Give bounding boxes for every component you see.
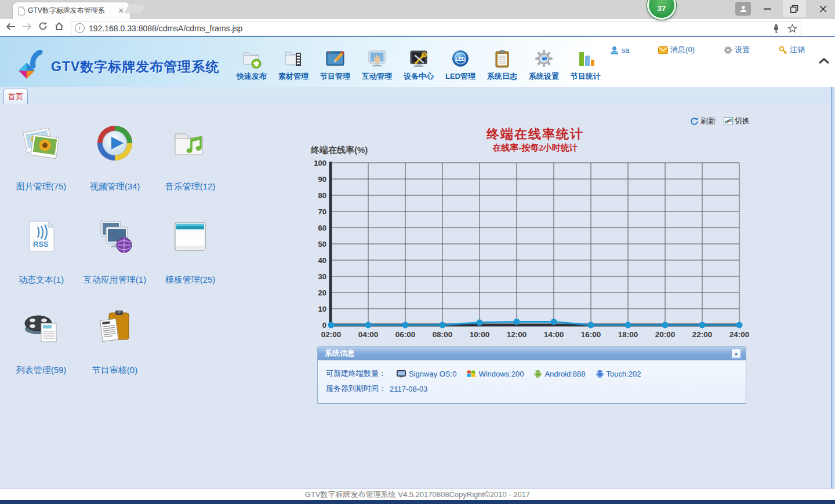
- terminal-count: Signway OS:0: [409, 370, 456, 378]
- tab-title: GTV数字标牌发布管理系: [28, 6, 115, 16]
- quick-publish-icon: [241, 48, 262, 70]
- svg-text:50: 50: [318, 240, 326, 249]
- svg-text:40: 40: [318, 256, 326, 265]
- svg-text:06:00: 06:00: [395, 330, 416, 339]
- terminal-quota-label: 可新建终端数量：: [326, 368, 386, 379]
- switch-chart-button[interactable]: 切换: [724, 116, 750, 126]
- address-bar[interactable]: i 192.168.0.33:8088/cdmsA/cdms_frams.jsp: [71, 21, 801, 35]
- user-menu: sa 消息(0) 设置 注销: [610, 45, 805, 55]
- material-mgmt-icon: [283, 48, 304, 70]
- nav-program-stats[interactable]: 节目统计: [565, 48, 607, 82]
- module-image-mgmt[interactable]: 图片管理(75): [3, 125, 79, 192]
- system-info-title: 系统信息: [325, 348, 731, 359]
- clipboard-review-icon: [96, 308, 133, 345]
- online-rate-chart: 010203040506070809010002:0004:0006:0008:…: [307, 156, 765, 342]
- svg-text:14:00: 14:00: [544, 330, 564, 339]
- module-program-review[interactable]: 节目审核(0): [77, 308, 153, 376]
- nav-quick-publish[interactable]: 快速发布: [231, 48, 273, 82]
- restore-button[interactable]: [783, 0, 806, 17]
- photo-stack-icon: [23, 125, 60, 162]
- svg-text:04:00: 04:00: [358, 330, 379, 339]
- svg-text:18:00: 18:00: [618, 330, 638, 339]
- svg-text:RSS: RSS: [33, 240, 49, 249]
- module-label: 模板管理(25): [152, 275, 228, 286]
- system-info-body: 可新建终端数量： Signway OS:0 Windows:200: [318, 360, 746, 403]
- module-label: 列表管理(59): [3, 365, 79, 376]
- interaction-mgmt-icon: [366, 48, 387, 70]
- main-nav: 快速发布 素材管理: [231, 48, 607, 82]
- svg-text:12:00: 12:00: [507, 330, 527, 339]
- app-header: GTV数字标牌发布管理系统 快速发布: [0, 36, 835, 87]
- svg-text:20: 20: [318, 288, 326, 297]
- terminal-quota-row: 可新建终端数量： Signway OS:0 Windows:200: [326, 366, 738, 381]
- settings-link[interactable]: 设置: [724, 45, 750, 55]
- forward-icon[interactable]: [19, 22, 35, 34]
- panel-collapse-button[interactable]: ▲: [731, 349, 741, 359]
- svg-text:10:00: 10:00: [470, 330, 490, 339]
- collapse-header-button[interactable]: [818, 57, 832, 66]
- svg-text:24:00: 24:00: [729, 330, 750, 339]
- user-account[interactable]: sa: [610, 46, 629, 54]
- profile-icon[interactable]: [735, 2, 751, 16]
- minimize-button[interactable]: [756, 0, 778, 17]
- nav-label: 素材管理: [278, 71, 308, 82]
- close-button[interactable]: [811, 0, 835, 17]
- bookmark-star-icon[interactable]: [787, 24, 797, 33]
- nav-program-mgmt[interactable]: 节目管理: [314, 48, 356, 82]
- panel-divider: [296, 119, 296, 475]
- switch-chart-icon: [724, 117, 733, 125]
- messages-link[interactable]: 消息(0): [658, 45, 695, 55]
- terminal-windows: Windows:200: [467, 370, 524, 378]
- svg-text:60: 60: [318, 224, 326, 232]
- reload-icon[interactable]: [35, 21, 51, 34]
- svg-text:16:00: 16:00: [581, 330, 601, 339]
- tab-close-icon[interactable]: ✕: [117, 6, 125, 15]
- module-dynamic-text[interactable]: RSS 动态文本(1): [3, 218, 79, 286]
- system-log-icon: [492, 48, 513, 70]
- svg-text:20:00: 20:00: [655, 330, 676, 339]
- footer: GTV数字标牌发布管理系统 V4.5.20170808CopyRight©201…: [0, 488, 835, 500]
- key-icon: [779, 46, 787, 54]
- new-tab-button[interactable]: [124, 5, 146, 13]
- nav-label: 系统日志: [487, 71, 517, 82]
- nav-material-mgmt[interactable]: 素材管理: [273, 48, 314, 82]
- svg-text:80: 80: [318, 191, 326, 200]
- program-mgmt-icon: [325, 48, 346, 70]
- right-scroll-strip[interactable]: [831, 87, 835, 488]
- nav-system-log[interactable]: 系统日志: [481, 48, 523, 82]
- module-label: 视频管理(34): [77, 181, 153, 192]
- logout-link[interactable]: 注销: [779, 45, 805, 55]
- chart-y-axis-label: 终端在线率(%): [311, 145, 368, 156]
- module-template-mgmt[interactable]: 模板管理(25): [152, 218, 228, 286]
- chart-title: 终端在线率统计: [331, 126, 740, 143]
- led-mgmt-icon: LED: [450, 48, 471, 70]
- nav-interaction-mgmt[interactable]: 互动管理: [356, 48, 398, 82]
- chevron-up-icon: [818, 57, 830, 65]
- module-music-mgmt[interactable]: 音乐管理(12): [152, 125, 228, 192]
- page-tab-strip: 首页: [0, 87, 835, 104]
- nav-led-mgmt[interactable]: LED LED管理: [440, 48, 481, 82]
- nav-device-center[interactable]: 设备中心: [398, 48, 440, 82]
- refresh-button[interactable]: 刷新: [690, 116, 716, 126]
- touch-android-icon: [596, 370, 604, 378]
- terminal-android: Android:888: [534, 370, 585, 378]
- browser-tab[interactable]: GTV数字标牌发布管理系 ✕: [13, 2, 130, 19]
- page-info-icon[interactable]: i: [75, 23, 85, 33]
- user-name: sa: [621, 46, 629, 54]
- user-icon: [610, 46, 619, 54]
- terminal-count: Touch:202: [607, 370, 641, 378]
- module-playlist-mgmt[interactable]: 列表管理(59): [3, 308, 79, 376]
- app-title: GTV数字标牌发布管理系统: [51, 58, 219, 76]
- system-info-panel: 系统信息 ▲ 可新建终端数量： Signway OS:0 Windows:: [317, 346, 746, 404]
- home-icon[interactable]: [51, 22, 67, 34]
- nav-label: 系统设置: [529, 71, 559, 82]
- refresh-label: 刷新: [700, 116, 716, 126]
- tab-home[interactable]: 首页: [3, 89, 28, 104]
- module-video-mgmt[interactable]: 视频管理(34): [77, 125, 153, 192]
- password-key-icon[interactable]: [772, 24, 780, 33]
- nav-system-settings[interactable]: 系统设置: [523, 48, 565, 82]
- back-icon[interactable]: [2, 22, 19, 34]
- module-interactive-app-mgmt[interactable]: 互动应用管理(1): [77, 218, 153, 286]
- svg-text:90: 90: [318, 175, 326, 184]
- chart-tools: 刷新 切换: [690, 116, 750, 126]
